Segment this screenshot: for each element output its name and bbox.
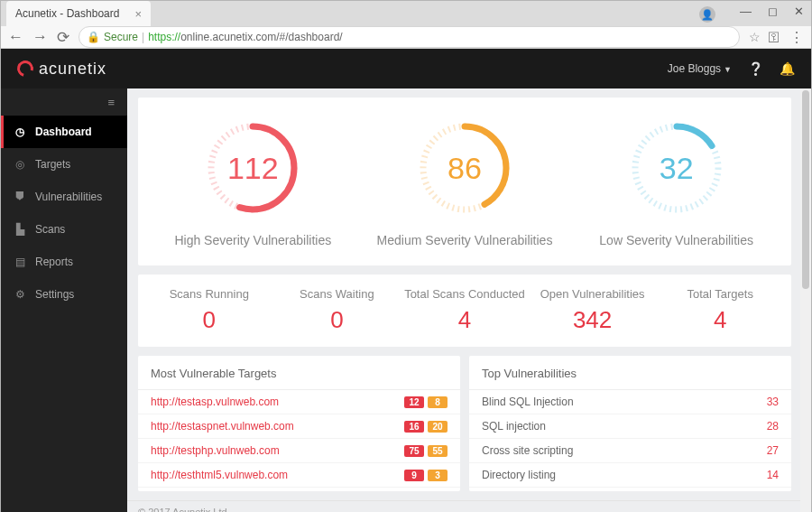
table-row: Blind SQL Injection33 [469,390,791,414]
star-icon[interactable]: ☆ [749,30,761,44]
table-row: http://testphp.vulnweb.com7555 [138,439,460,463]
stat-value: 0 [273,306,401,334]
target-link[interactable]: http://testaspnet.vulnweb.com [151,420,294,433]
sidebar-icon: ⚙ [14,288,26,301]
reload-icon[interactable]: ⟳ [57,28,69,47]
sidebar-item-scans[interactable]: ▙Scans [1,213,127,246]
target-link[interactable]: http://testhtml5.vulnweb.com [151,469,288,481]
med-badge: 20 [428,421,448,433]
med-badge: 8 [428,396,448,408]
key-icon[interactable]: ⚿ [768,30,780,44]
high-badge: 75 [404,445,424,457]
bell-icon[interactable]: 🔔 [780,61,795,76]
browser-tab[interactable]: Acunetix - Dashboard × [6,1,151,26]
brand-name: acunetix [39,60,106,79]
window-controls: — ◻ ✕ [740,5,804,18]
sidebar-item-label: Targets [35,158,70,171]
collapse-icon[interactable]: ≡ [1,88,127,116]
main-content: 112 High Severity Vulnerabilities 86 Med… [127,88,811,512]
gauge: 112 [204,119,301,217]
sidebar-item-label: Scans [35,223,65,236]
target-link[interactable]: http://testphp.vulnweb.com [151,444,280,457]
sidebar-icon: ▙ [14,223,26,236]
logo-icon [14,58,37,80]
table-row: Directory listing14 [469,463,791,488]
table-row: SQL injection28 [469,414,791,439]
gauge: 86 [416,119,513,217]
gauge-value: 32 [628,119,725,217]
sidebar-icon: ▤ [14,256,26,268]
address-bar: ← → ⟳ 🔒 Secure | https://online.acunetix… [1,26,811,49]
stat-label: Total Scans Conducted [401,287,529,301]
sidebar-icon: ◷ [14,126,26,138]
sidebar: ≡ ◷Dashboard◎Targets⛊Vulnerabilities▙Sca… [1,88,127,512]
sidebar-item-vulnerabilities[interactable]: ⛊Vulnerabilities [1,181,127,213]
sidebar-item-dashboard[interactable]: ◷Dashboard [1,116,127,148]
med-badge: 55 [428,445,448,457]
sidebar-item-label: Dashboard [35,126,92,138]
browser-tabs: Acunetix - Dashboard × 👤 — ◻ ✕ [1,1,811,26]
table-row: http://testhtml5.vulnweb.com93 [138,463,460,488]
sidebar-item-reports[interactable]: ▤Reports [1,246,127,278]
vuln-name[interactable]: Directory listing [482,469,556,481]
table-row: http://testasp.vulnweb.com128 [138,390,460,414]
vuln-name[interactable]: Blind SQL Injection [482,396,574,408]
target-link[interactable]: http://testasp.vulnweb.com [151,396,279,408]
sidebar-icon: ◎ [14,158,26,171]
stat-value: 0 [145,306,273,334]
back-icon[interactable]: ← [8,28,23,46]
maximize-icon[interactable]: ◻ [768,5,778,18]
help-icon[interactable]: ❔ [748,61,763,76]
minimize-icon[interactable]: — [740,5,752,18]
stat-value: 4 [656,306,784,334]
vuln-count: 33 [767,396,779,408]
table-row: Cross site scripting27 [469,439,791,463]
high-badge: 12 [404,396,424,408]
vuln-name[interactable]: SQL injection [482,420,546,433]
close-icon[interactable]: × [134,7,142,21]
most-vulnerable-panel: Most Vulnerable Targets http://testasp.v… [138,356,460,491]
gauge-value: 112 [204,119,301,217]
gauge-label: Low Severity Vulnerabilities [599,233,753,247]
vuln-count: 28 [767,420,779,433]
brand-logo[interactable]: acunetix [17,60,106,79]
url-input[interactable]: 🔒 Secure | https://online.acunetix.com/#… [78,26,740,48]
user-menu[interactable]: Joe Bloggs▼ [668,62,732,75]
browser-window: Acunetix - Dashboard × 👤 — ◻ ✕ ← → ⟳ 🔒 S… [0,0,812,512]
stat-label: Scans Waiting [273,287,401,301]
sidebar-item-label: Reports [35,256,73,268]
stats-row: Scans Running0Scans Waiting0Total Scans … [138,275,791,347]
scrollbar[interactable] [800,88,811,512]
tab-title: Acunetix - Dashboard [15,7,119,20]
footer-text: © 2017 Acunetix Ltd. [127,500,811,512]
table-row: http://testaspnet.vulnweb.com1620 [138,414,460,439]
gauge-label: High Severity Vulnerabilities [174,233,331,247]
stat-value: 342 [529,306,657,334]
gauge-value: 86 [416,119,513,217]
vuln-name[interactable]: Cross site scripting [482,444,573,457]
top-vulnerabilities-panel: Top Vulnerabilities Blind SQL Injection3… [469,356,791,491]
sidebar-item-targets[interactable]: ◎Targets [1,148,127,181]
high-badge: 9 [404,470,424,481]
panel-title: Top Vulnerabilities [469,356,791,390]
app: acunetix Joe Bloggs▼ ❔ 🔔 ≡ ◷Dashboard◎Ta… [1,49,811,512]
sidebar-icon: ⛊ [14,191,26,203]
med-badge: 3 [428,470,448,481]
high-badge: 16 [404,421,424,433]
menu-icon[interactable]: ⋮ [789,29,804,46]
vuln-count: 27 [767,444,779,457]
vuln-count: 14 [767,469,779,481]
sidebar-item-settings[interactable]: ⚙Settings [1,278,127,311]
stat-label: Open Vulnerabilities [529,287,657,301]
gauge: 32 [628,119,725,217]
secure-label: Secure [104,31,138,43]
sidebar-item-label: Settings [35,288,74,301]
close-window-icon[interactable]: ✕ [794,5,804,18]
forward-icon[interactable]: → [32,28,48,46]
lock-icon: 🔒 [87,31,100,43]
stat-label: Scans Running [145,287,273,301]
app-header: acunetix Joe Bloggs▼ ❔ 🔔 [1,49,811,88]
stat-value: 4 [401,306,529,334]
profile-icon[interactable]: 👤 [699,6,715,23]
severity-gauges: 112 High Severity Vulnerabilities 86 Med… [138,98,791,265]
